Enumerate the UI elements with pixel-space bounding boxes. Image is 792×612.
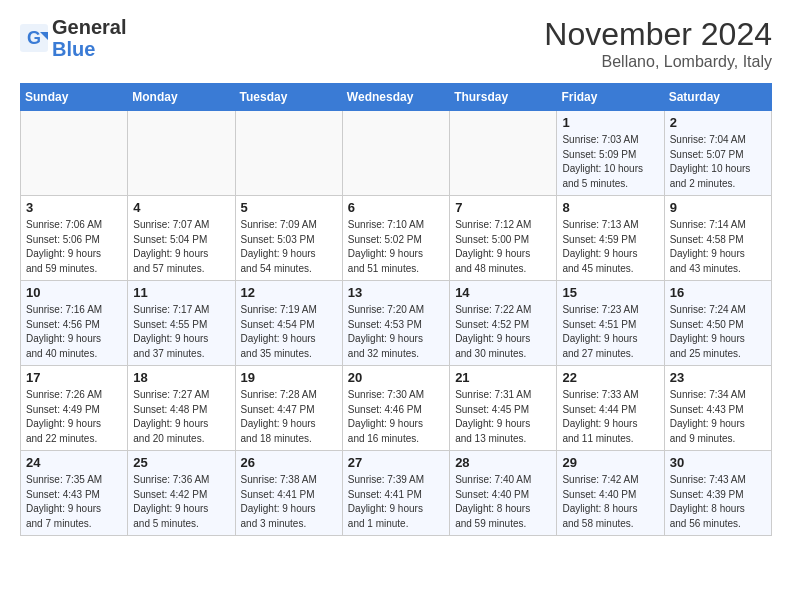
weekday-header-row: SundayMondayTuesdayWednesdayThursdayFrid…	[21, 84, 772, 111]
day-cell-23: 23Sunrise: 7:34 AM Sunset: 4:43 PM Dayli…	[664, 366, 771, 451]
day-cell-12: 12Sunrise: 7:19 AM Sunset: 4:54 PM Dayli…	[235, 281, 342, 366]
day-info: Sunrise: 7:03 AM Sunset: 5:09 PM Dayligh…	[562, 133, 658, 191]
day-info: Sunrise: 7:24 AM Sunset: 4:50 PM Dayligh…	[670, 303, 766, 361]
day-cell-14: 14Sunrise: 7:22 AM Sunset: 4:52 PM Dayli…	[450, 281, 557, 366]
day-info: Sunrise: 7:36 AM Sunset: 4:42 PM Dayligh…	[133, 473, 229, 531]
day-cell-4: 4Sunrise: 7:07 AM Sunset: 5:04 PM Daylig…	[128, 196, 235, 281]
weekday-header-tuesday: Tuesday	[235, 84, 342, 111]
day-cell-18: 18Sunrise: 7:27 AM Sunset: 4:48 PM Dayli…	[128, 366, 235, 451]
logo-text: General Blue	[52, 16, 126, 60]
day-number: 17	[26, 370, 122, 385]
day-number: 12	[241, 285, 337, 300]
day-info: Sunrise: 7:16 AM Sunset: 4:56 PM Dayligh…	[26, 303, 122, 361]
day-number: 5	[241, 200, 337, 215]
day-info: Sunrise: 7:04 AM Sunset: 5:07 PM Dayligh…	[670, 133, 766, 191]
day-info: Sunrise: 7:23 AM Sunset: 4:51 PM Dayligh…	[562, 303, 658, 361]
day-cell-21: 21Sunrise: 7:31 AM Sunset: 4:45 PM Dayli…	[450, 366, 557, 451]
day-number: 24	[26, 455, 122, 470]
month-title: November 2024	[544, 16, 772, 53]
day-info: Sunrise: 7:10 AM Sunset: 5:02 PM Dayligh…	[348, 218, 444, 276]
day-cell-6: 6Sunrise: 7:10 AM Sunset: 5:02 PM Daylig…	[342, 196, 449, 281]
day-number: 21	[455, 370, 551, 385]
weekday-header-wednesday: Wednesday	[342, 84, 449, 111]
day-number: 26	[241, 455, 337, 470]
day-number: 15	[562, 285, 658, 300]
day-cell-19: 19Sunrise: 7:28 AM Sunset: 4:47 PM Dayli…	[235, 366, 342, 451]
day-info: Sunrise: 7:43 AM Sunset: 4:39 PM Dayligh…	[670, 473, 766, 531]
day-info: Sunrise: 7:17 AM Sunset: 4:55 PM Dayligh…	[133, 303, 229, 361]
calendar-table: SundayMondayTuesdayWednesdayThursdayFrid…	[20, 83, 772, 536]
weekday-header-friday: Friday	[557, 84, 664, 111]
day-info: Sunrise: 7:07 AM Sunset: 5:04 PM Dayligh…	[133, 218, 229, 276]
header: G General Blue November 2024 Bellano, Lo…	[20, 16, 772, 71]
weekday-header-monday: Monday	[128, 84, 235, 111]
day-number: 25	[133, 455, 229, 470]
day-number: 29	[562, 455, 658, 470]
day-info: Sunrise: 7:19 AM Sunset: 4:54 PM Dayligh…	[241, 303, 337, 361]
location: Bellano, Lombardy, Italy	[544, 53, 772, 71]
day-cell-7: 7Sunrise: 7:12 AM Sunset: 5:00 PM Daylig…	[450, 196, 557, 281]
day-info: Sunrise: 7:28 AM Sunset: 4:47 PM Dayligh…	[241, 388, 337, 446]
day-number: 30	[670, 455, 766, 470]
day-number: 2	[670, 115, 766, 130]
day-cell-24: 24Sunrise: 7:35 AM Sunset: 4:43 PM Dayli…	[21, 451, 128, 536]
page-container: G General Blue November 2024 Bellano, Lo…	[0, 0, 792, 552]
day-info: Sunrise: 7:12 AM Sunset: 5:00 PM Dayligh…	[455, 218, 551, 276]
day-cell-2: 2Sunrise: 7:04 AM Sunset: 5:07 PM Daylig…	[664, 111, 771, 196]
day-cell-28: 28Sunrise: 7:40 AM Sunset: 4:40 PM Dayli…	[450, 451, 557, 536]
day-number: 16	[670, 285, 766, 300]
day-cell-17: 17Sunrise: 7:26 AM Sunset: 4:49 PM Dayli…	[21, 366, 128, 451]
day-number: 10	[26, 285, 122, 300]
day-number: 23	[670, 370, 766, 385]
day-number: 9	[670, 200, 766, 215]
day-info: Sunrise: 7:30 AM Sunset: 4:46 PM Dayligh…	[348, 388, 444, 446]
day-number: 18	[133, 370, 229, 385]
day-number: 4	[133, 200, 229, 215]
day-cell-9: 9Sunrise: 7:14 AM Sunset: 4:58 PM Daylig…	[664, 196, 771, 281]
day-cell-5: 5Sunrise: 7:09 AM Sunset: 5:03 PM Daylig…	[235, 196, 342, 281]
day-number: 7	[455, 200, 551, 215]
day-cell-26: 26Sunrise: 7:38 AM Sunset: 4:41 PM Dayli…	[235, 451, 342, 536]
day-info: Sunrise: 7:20 AM Sunset: 4:53 PM Dayligh…	[348, 303, 444, 361]
day-cell-25: 25Sunrise: 7:36 AM Sunset: 4:42 PM Dayli…	[128, 451, 235, 536]
weekday-header-thursday: Thursday	[450, 84, 557, 111]
day-number: 27	[348, 455, 444, 470]
day-info: Sunrise: 7:06 AM Sunset: 5:06 PM Dayligh…	[26, 218, 122, 276]
day-cell-16: 16Sunrise: 7:24 AM Sunset: 4:50 PM Dayli…	[664, 281, 771, 366]
logo-line2: Blue	[52, 38, 126, 60]
week-row-2: 10Sunrise: 7:16 AM Sunset: 4:56 PM Dayli…	[21, 281, 772, 366]
day-cell-11: 11Sunrise: 7:17 AM Sunset: 4:55 PM Dayli…	[128, 281, 235, 366]
day-number: 19	[241, 370, 337, 385]
day-cell-13: 13Sunrise: 7:20 AM Sunset: 4:53 PM Dayli…	[342, 281, 449, 366]
svg-text:G: G	[27, 28, 41, 48]
weekday-header-saturday: Saturday	[664, 84, 771, 111]
day-info: Sunrise: 7:13 AM Sunset: 4:59 PM Dayligh…	[562, 218, 658, 276]
week-row-1: 3Sunrise: 7:06 AM Sunset: 5:06 PM Daylig…	[21, 196, 772, 281]
day-info: Sunrise: 7:22 AM Sunset: 4:52 PM Dayligh…	[455, 303, 551, 361]
day-cell-15: 15Sunrise: 7:23 AM Sunset: 4:51 PM Dayli…	[557, 281, 664, 366]
empty-cell	[235, 111, 342, 196]
day-info: Sunrise: 7:35 AM Sunset: 4:43 PM Dayligh…	[26, 473, 122, 531]
day-info: Sunrise: 7:42 AM Sunset: 4:40 PM Dayligh…	[562, 473, 658, 531]
day-number: 28	[455, 455, 551, 470]
day-info: Sunrise: 7:33 AM Sunset: 4:44 PM Dayligh…	[562, 388, 658, 446]
logo: G General Blue	[20, 16, 126, 60]
day-cell-10: 10Sunrise: 7:16 AM Sunset: 4:56 PM Dayli…	[21, 281, 128, 366]
empty-cell	[342, 111, 449, 196]
day-number: 3	[26, 200, 122, 215]
logo-icon: G	[20, 24, 48, 52]
week-row-0: 1Sunrise: 7:03 AM Sunset: 5:09 PM Daylig…	[21, 111, 772, 196]
day-info: Sunrise: 7:39 AM Sunset: 4:41 PM Dayligh…	[348, 473, 444, 531]
day-cell-1: 1Sunrise: 7:03 AM Sunset: 5:09 PM Daylig…	[557, 111, 664, 196]
day-cell-22: 22Sunrise: 7:33 AM Sunset: 4:44 PM Dayli…	[557, 366, 664, 451]
empty-cell	[128, 111, 235, 196]
day-number: 6	[348, 200, 444, 215]
title-block: November 2024 Bellano, Lombardy, Italy	[544, 16, 772, 71]
day-info: Sunrise: 7:26 AM Sunset: 4:49 PM Dayligh…	[26, 388, 122, 446]
day-cell-27: 27Sunrise: 7:39 AM Sunset: 4:41 PM Dayli…	[342, 451, 449, 536]
day-number: 13	[348, 285, 444, 300]
week-row-3: 17Sunrise: 7:26 AM Sunset: 4:49 PM Dayli…	[21, 366, 772, 451]
day-cell-8: 8Sunrise: 7:13 AM Sunset: 4:59 PM Daylig…	[557, 196, 664, 281]
day-number: 8	[562, 200, 658, 215]
day-info: Sunrise: 7:14 AM Sunset: 4:58 PM Dayligh…	[670, 218, 766, 276]
